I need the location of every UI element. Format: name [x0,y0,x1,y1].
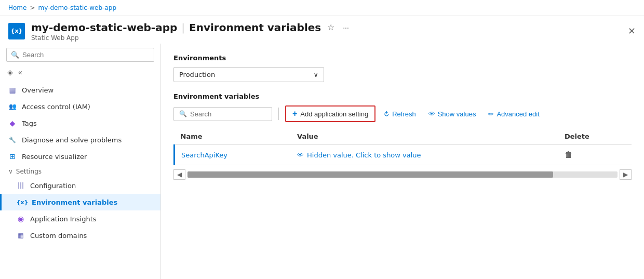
sidebar-search-container: 🔍 [0,44,160,66]
sidebar-item-label: Resource visualizer [22,153,87,161]
sidebar-item-resource[interactable]: ⊞ Resource visualizer [0,148,160,165]
app-subtitle: Static Web App [31,34,351,42]
settings-label: Settings [16,168,42,175]
breadcrumb: Home > my-demo-static-web-app [8,4,116,11]
col-delete-header: Delete [558,128,632,145]
sidebar: 🔍 ◈ « ▦ Overview 👥 Access control (IAM) … [0,44,161,279]
tags-icon: ◆ [8,119,17,127]
env-variables-label: Environment variables [173,92,632,100]
domains-icon: ▦ [17,231,25,240]
horizontal-scrollbar: ◀ ▶ [173,167,632,182]
sidebar-item-iam[interactable]: 👥 Access control (IAM) [0,98,160,115]
favorite-button[interactable]: ☆ [325,20,337,34]
sidebar-item-label: Access control (IAM) [22,103,90,111]
sidebar-item-label: Diagnose and solve problems [22,136,122,144]
add-btn-label: Add application setting [300,110,368,118]
scroll-left-button[interactable]: ◀ [173,169,185,180]
col-value-header: Value [291,128,558,145]
hidden-value-container: 👁 Hidden value. Click to show value [297,151,552,159]
envvar-icon: {x} [18,198,26,206]
show-values-label: Show values [438,110,476,118]
page-header: {x} my-demo-static-web-app | Environment… [0,16,644,44]
sidebar-item-label: Overview [22,86,53,94]
sidebar-item-insights[interactable]: ◉ Application Insights [0,210,160,227]
table-row: SearchApiKey 👁 Hidden value. Click to sh… [175,145,632,165]
edit-icon: ✏ [488,110,494,118]
sidebar-action-bar: ◈ « [0,66,160,82]
content-area: Environments Production ∨ Environment va… [161,44,644,279]
page-title: Environment variables [189,21,321,34]
scroll-right-button[interactable]: ▶ [620,169,632,180]
sidebar-item-domains[interactable]: ▦ Custom domains [0,227,160,244]
refresh-icon: ↻ [382,109,391,118]
sidebar-search-input[interactable] [22,51,150,59]
config-icon: ||| [17,181,25,190]
delete-button[interactable]: 🗑 [565,150,573,160]
env-variables-section: Environment variables 🔍 + Add applicatio… [173,92,632,182]
toolbar-separator [278,108,279,120]
pin-button[interactable]: ◈ [6,67,14,77]
search-box[interactable]: 🔍 [173,107,272,121]
table-cell-delete: 🗑 [558,145,632,165]
sidebar-item-label: Tags [22,119,37,127]
collapse-arrow: ∨ [8,168,13,175]
resource-icon: ⊞ [8,152,17,161]
hidden-value-text[interactable]: Hidden value. Click to show value [307,151,421,159]
sidebar-item-label: Application Insights [30,215,97,223]
search-input[interactable] [190,110,252,118]
sidebar-item-tags[interactable]: ◆ Tags [0,115,160,131]
collapse-button[interactable]: « [17,67,23,77]
refresh-label: Refresh [392,110,416,118]
iam-icon: 👥 [8,102,17,111]
title-separator: | [181,21,185,34]
scroll-thumb[interactable] [187,171,553,178]
sidebar-item-label: Environment variables [32,198,117,206]
sidebar-search-box[interactable]: 🔍 [6,48,154,62]
app-name: my-demo-static-web-app [31,21,177,34]
eye-icon: 👁 [297,151,304,159]
plus-icon: + [292,109,297,118]
env-vars-table: Name Value Delete SearchApiKey 👁 Hi [173,128,632,165]
main-layout: 🔍 ◈ « ▦ Overview 👥 Access control (IAM) … [0,44,644,279]
table-cell-value: 👁 Hidden value. Click to show value [291,145,558,165]
add-application-setting-button[interactable]: + Add application setting [285,105,375,122]
show-values-button[interactable]: 👁 Show values [424,108,480,121]
breadcrumb-home[interactable]: Home [8,4,26,11]
sidebar-item-envvars[interactable]: {x} Environment variables [0,194,160,210]
col-name-header: Name [175,128,291,145]
toolbar: 🔍 + Add application setting ↻ Refresh 👁 … [173,105,632,122]
sidebar-item-label: Configuration [30,182,76,190]
chevron-down-icon: ∨ [313,71,318,78]
table-header-row: Name Value Delete [175,128,632,145]
eye-icon: 👁 [428,110,435,118]
refresh-button[interactable]: ↻ Refresh [380,108,420,121]
diagnose-icon: 🔧 [8,136,17,144]
scroll-track[interactable] [187,171,618,178]
sidebar-item-label: Custom domains [30,232,87,240]
more-button[interactable]: ··· [341,21,351,34]
setting-name-link[interactable]: SearchApiKey [181,151,227,159]
breadcrumb-current[interactable]: my-demo-static-web-app [38,4,117,11]
header-title-area: my-demo-static-web-app | Environment var… [31,20,351,42]
breadcrumb-sep: > [30,4,35,11]
app-icon: {x} [8,23,25,39]
advanced-edit-button[interactable]: ✏ Advanced edit [484,108,543,121]
insights-icon: ◉ [17,215,25,223]
search-icon: 🔍 [11,51,19,59]
env-dropdown-value: Production [179,71,215,78]
sidebar-item-diagnose[interactable]: 🔧 Diagnose and solve problems [0,131,160,148]
settings-section-header[interactable]: ∨ Settings [0,165,160,177]
sidebar-item-configuration[interactable]: ||| Configuration [0,177,160,194]
overview-icon: ▦ [8,86,17,94]
search-icon: 🔍 [179,110,187,117]
table-cell-name: SearchApiKey [175,145,291,165]
close-button[interactable]: ✕ [628,25,636,37]
sidebar-item-overview[interactable]: ▦ Overview [0,82,160,98]
environments-label: Environments [173,54,632,62]
advanced-edit-label: Advanced edit [497,110,539,118]
environment-dropdown[interactable]: Production ∨ [173,67,324,82]
breadcrumb-bar: Home > my-demo-static-web-app [0,0,644,16]
